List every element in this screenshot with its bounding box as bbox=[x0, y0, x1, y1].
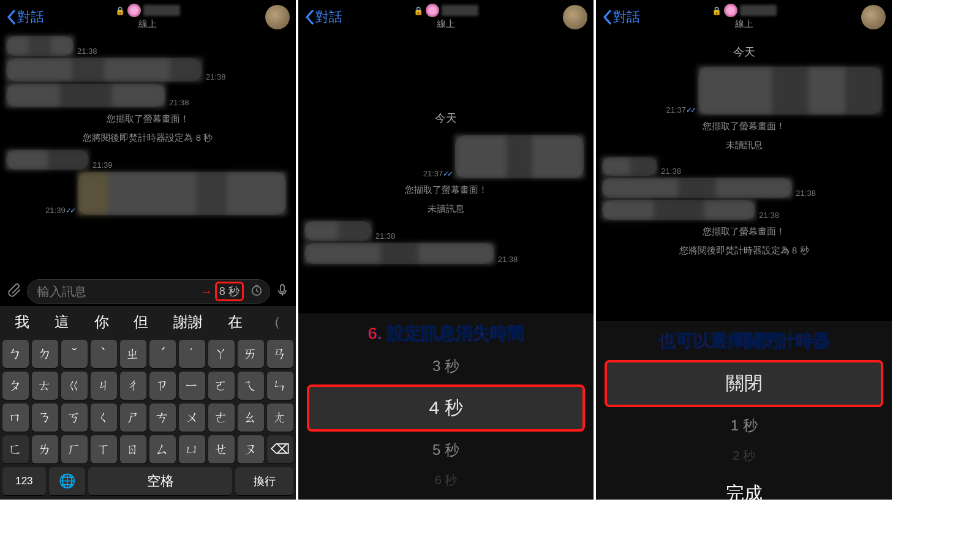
key[interactable]: ㄐ bbox=[91, 372, 117, 400]
kb-row: ㄇㄋㄎㄑㄕㄘㄨㄜㄠㄤ bbox=[1, 402, 295, 433]
key[interactable]: ㄉ bbox=[32, 340, 58, 368]
picker-option[interactable]: 1 秒 bbox=[605, 410, 883, 441]
key-numbers[interactable]: 123 bbox=[2, 467, 46, 495]
keyboard[interactable]: 我 這 你 但 謝謝 在 （ ㄅㄉˇˋㄓˊ˙ㄚㄞㄢ ㄆㄊㄍㄐㄔㄗㄧㄛㄟㄣ ㄇㄋㄎ… bbox=[0, 306, 296, 500]
system-message: 您擷取了螢幕畫面！ bbox=[596, 222, 892, 241]
key[interactable]: ㄎ bbox=[61, 403, 88, 432]
back-button[interactable]: 對話 bbox=[304, 8, 342, 26]
message-input[interactable]: 輸入訊息 → 8 秒 bbox=[27, 279, 270, 304]
contact-avatar[interactable] bbox=[563, 5, 587, 29]
key[interactable]: ㄇ bbox=[2, 403, 29, 432]
timer-picker[interactable]: 關閉 1 秒 2 秒 bbox=[596, 360, 892, 470]
msg-in[interactable]: 21:38 bbox=[6, 84, 290, 107]
back-button[interactable]: 對話 bbox=[6, 8, 44, 26]
contact-avatar[interactable] bbox=[861, 5, 886, 29]
key[interactable]: ˊ bbox=[149, 340, 176, 368]
key[interactable]: ㄍ bbox=[61, 372, 88, 400]
key[interactable]: ㄢ bbox=[267, 340, 293, 368]
key[interactable]: ㄣ bbox=[267, 372, 293, 400]
key[interactable]: ㄌ bbox=[32, 435, 58, 463]
msg-in[interactable]: 21:38 bbox=[6, 58, 290, 81]
header-title[interactable]: 🔒 線上 bbox=[712, 4, 777, 30]
key[interactable]: ˙ bbox=[179, 340, 205, 368]
key[interactable]: ㄧ bbox=[179, 372, 205, 400]
timer-picker-sheet[interactable]: 也可以選擇關閉計時器 關閉 1 秒 2 秒 完成 bbox=[596, 321, 892, 500]
msg-in[interactable]: 21:38 bbox=[602, 178, 886, 198]
chevron-left-icon bbox=[304, 9, 314, 25]
sugg[interactable]: （ bbox=[267, 313, 281, 331]
key-backspace[interactable]: ⌫ bbox=[267, 435, 293, 463]
sugg[interactable]: 謝謝 bbox=[173, 312, 203, 332]
key[interactable]: ㄠ bbox=[238, 403, 264, 432]
key[interactable]: ㄨ bbox=[179, 403, 205, 432]
keyboard-suggestions[interactable]: 我 這 你 但 謝謝 在 （ bbox=[0, 306, 296, 338]
key[interactable]: ㄔ bbox=[120, 372, 146, 400]
sugg[interactable]: 這 bbox=[55, 312, 69, 332]
timer-badge[interactable]: 8 秒 bbox=[215, 282, 244, 301]
msg-time: 21:38 bbox=[796, 189, 816, 198]
key[interactable]: ㄊ bbox=[32, 372, 58, 400]
key[interactable]: ㄜ bbox=[208, 403, 235, 432]
key[interactable]: ㄟ bbox=[238, 372, 264, 400]
sugg[interactable]: 我 bbox=[15, 312, 29, 332]
key[interactable]: ㄛ bbox=[208, 372, 235, 400]
picker-selected[interactable]: 關閉 bbox=[605, 360, 883, 407]
done-button[interactable]: 完成 bbox=[596, 470, 892, 500]
msg-in[interactable]: 21:39 bbox=[6, 150, 290, 170]
sugg[interactable]: 在 bbox=[228, 312, 243, 332]
msg-time: 21:38 bbox=[759, 211, 779, 220]
key[interactable]: ㄕ bbox=[120, 403, 146, 432]
picker-option[interactable]: 5 秒 bbox=[307, 434, 586, 466]
key[interactable]: ㄅ bbox=[2, 340, 29, 368]
msg-in[interactable]: 21:38 bbox=[304, 243, 588, 264]
msg-out[interactable]: 21:39✓✓ bbox=[6, 172, 290, 215]
key[interactable]: ㄞ bbox=[238, 340, 264, 368]
key[interactable]: ㄡ bbox=[238, 435, 264, 463]
key[interactable]: ㄒ bbox=[91, 435, 117, 463]
key[interactable]: ㄈ bbox=[2, 435, 29, 463]
header-title[interactable]: 🔒 線上 bbox=[413, 4, 478, 30]
contact-avatar[interactable] bbox=[265, 5, 290, 29]
msg-in[interactable]: 21:38 bbox=[602, 200, 886, 220]
key-return[interactable]: 換行 bbox=[235, 467, 293, 495]
picker-option[interactable]: 2 秒 bbox=[605, 441, 883, 470]
key[interactable]: ㄙ bbox=[149, 435, 176, 463]
key[interactable]: ㄩ bbox=[179, 435, 205, 463]
key[interactable]: ㄘ bbox=[149, 403, 176, 432]
mic-icon[interactable] bbox=[275, 283, 290, 300]
msg-in[interactable]: 21:38 bbox=[304, 221, 588, 241]
timer-picker-sheet[interactable]: 6. 設定訊息消失時間 3 秒 4 秒 5 秒 6 秒 完成 bbox=[298, 313, 594, 500]
key[interactable]: ㄚ bbox=[208, 340, 235, 368]
msg-in[interactable]: 21:38 bbox=[6, 36, 290, 56]
picker-option[interactable]: 3 秒 bbox=[307, 350, 586, 382]
key[interactable]: ㄓ bbox=[120, 340, 146, 368]
done-button[interactable]: 完成 bbox=[298, 495, 594, 500]
key[interactable]: ㄖ bbox=[120, 435, 146, 463]
msg-out[interactable]: 21:37✓✓ bbox=[304, 135, 588, 178]
key[interactable]: ㄤ bbox=[267, 403, 293, 432]
timer-picker[interactable]: 3 秒 4 秒 5 秒 6 秒 bbox=[298, 350, 594, 495]
msg-out[interactable]: 21:37✓✓ bbox=[602, 67, 886, 114]
annotation-text: 也可以選擇關閉計時器 bbox=[596, 321, 892, 358]
picker-selected[interactable]: 4 秒 bbox=[307, 384, 586, 432]
timer-icon[interactable] bbox=[250, 283, 263, 300]
attach-icon[interactable] bbox=[6, 282, 22, 301]
sugg[interactable]: 但 bbox=[134, 312, 148, 332]
back-button[interactable]: 對話 bbox=[602, 8, 640, 26]
key[interactable]: ㄋ bbox=[32, 403, 58, 432]
header-title[interactable]: 🔒 線上 bbox=[115, 4, 180, 30]
key[interactable]: ㄆ bbox=[2, 372, 29, 400]
key[interactable]: ㄗ bbox=[149, 372, 176, 400]
key-space[interactable]: 空格 bbox=[88, 467, 233, 495]
key[interactable]: ˇ bbox=[61, 340, 88, 368]
chat-scroll[interactable]: 21:38 21:38 21:38 您擷取了螢幕畫面！ 您將閱後即焚計時器設定為… bbox=[0, 34, 296, 272]
key[interactable]: ˋ bbox=[91, 340, 117, 368]
sugg[interactable]: 你 bbox=[94, 312, 109, 332]
key-globe-icon[interactable]: 🌐 bbox=[49, 467, 85, 495]
msg-time: 21:38 bbox=[498, 255, 518, 264]
msg-in[interactable]: 21:38 bbox=[602, 157, 886, 176]
key[interactable]: ㄏ bbox=[61, 435, 88, 463]
key[interactable]: ㄑ bbox=[91, 403, 117, 432]
picker-option[interactable]: 6 秒 bbox=[307, 466, 586, 495]
key[interactable]: ㄝ bbox=[208, 435, 235, 463]
